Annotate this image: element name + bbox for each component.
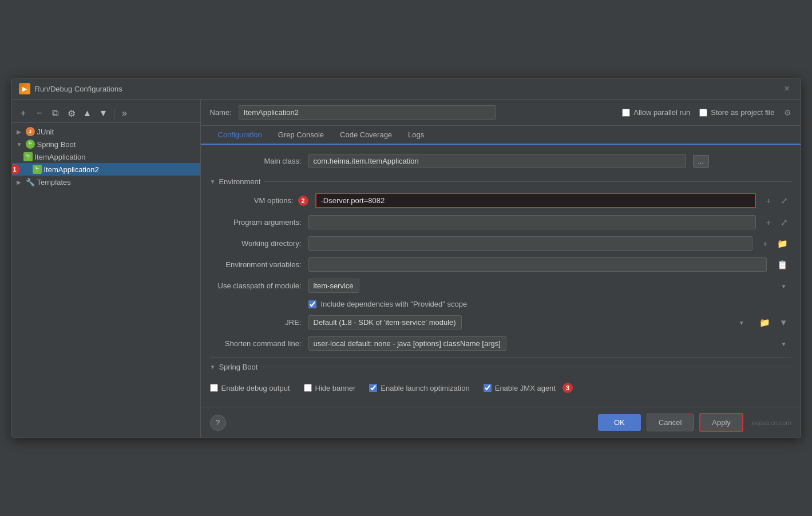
remove-config-button[interactable]: − — [33, 106, 46, 120]
templates-icon: 🔧 — [26, 177, 35, 186]
classpath-select[interactable]: item-service — [308, 279, 359, 293]
enable-launch-checkbox[interactable] — [369, 384, 377, 392]
environment-arrow[interactable]: ▼ — [210, 178, 216, 185]
main-class-input[interactable] — [308, 154, 686, 168]
vm-options-add-button[interactable]: + — [763, 194, 775, 207]
jre-dropdown-wrapper: Default (1.8 - SDK of 'item-service' mod… — [308, 315, 749, 330]
dialog-icon: ▶ — [19, 83, 30, 94]
gear-icon[interactable]: ⚙ — [784, 108, 791, 117]
badge-3: 3 — [563, 383, 573, 393]
spring-boot-section-arrow[interactable]: ▼ — [210, 364, 216, 370]
program-args-input[interactable] — [308, 215, 756, 229]
working-dir-row: Working directory: + 📁 — [210, 236, 791, 251]
vm-options-expand-button[interactable]: ⤢ — [777, 194, 791, 208]
tree-item-junit[interactable]: ▶ J JUnit — [12, 125, 200, 138]
main-class-browse-button[interactable]: ... — [693, 155, 709, 168]
left-panel: + − ⧉ ⚙ ▲ ▼ » ▶ J JUnit ▼ 🍃 — [12, 100, 201, 438]
name-label: Name: — [210, 108, 232, 117]
environment-line — [264, 181, 791, 182]
item-app2-label: ItemApplication2 — [44, 165, 99, 174]
tree-item-item-application[interactable]: 🍃 ItemApplication — [12, 150, 200, 163]
up-config-button[interactable]: ▲ — [81, 106, 94, 120]
program-args-buttons: + ⤢ — [763, 216, 791, 229]
tree-item-item-application2[interactable]: 1 🍃 ItemApplication2 — [12, 163, 200, 176]
item-app2-icon: 🍃 — [33, 165, 42, 174]
vm-options-row: VM options: 2 + ⤢ — [210, 193, 791, 208]
allow-parallel-run-checkbox[interactable]: Allow parallel run — [622, 108, 690, 117]
jre-select[interactable]: Default (1.8 - SDK of 'item-service' mod… — [308, 315, 462, 330]
settings-config-button[interactable]: ⚙ — [65, 106, 78, 120]
main-class-label: Main class: — [210, 157, 302, 165]
tab-grep-console[interactable]: Grep Console — [270, 126, 332, 145]
title-bar: ▶ Run/Debug Configurations × — [12, 78, 801, 100]
tab-code-coverage[interactable]: Code Coverage — [332, 126, 400, 145]
spring-boot-section-header: ▼ Spring Boot — [210, 358, 791, 374]
classpath-dropdown-arrow: ▼ — [781, 283, 787, 289]
jre-browse-button[interactable]: 📁 — [756, 316, 774, 330]
jre-dropdown-arrow: ▼ — [739, 319, 744, 326]
help-button[interactable]: ? — [210, 415, 226, 431]
config-body: Main class: ... ▼ Environment VM options… — [201, 145, 801, 407]
tree-item-templates[interactable]: ▶ 🔧 Templates — [12, 176, 200, 188]
checkboxes-group: Allow parallel run Store as project file… — [622, 108, 791, 117]
cancel-button[interactable]: Cancel — [647, 414, 694, 431]
program-args-add-button[interactable]: + — [763, 216, 775, 229]
allow-parallel-run-input[interactable] — [622, 109, 630, 117]
hide-banner-label: Hide banner — [315, 384, 356, 392]
enable-jmx-label: Enable JMX agent — [495, 384, 556, 392]
more-config-button[interactable]: » — [118, 106, 132, 120]
apply-button[interactable]: Apply — [699, 413, 743, 432]
dialog-footer: ? OK Cancel Apply xkjava.cn.com — [201, 407, 801, 438]
spring-boot-icon: 🍃 — [26, 140, 35, 149]
jre-dropdown-btn[interactable]: ▼ — [776, 316, 791, 329]
spring-boot-section-label: Spring Boot — [219, 363, 258, 371]
tab-logs[interactable]: Logs — [400, 126, 432, 145]
watermark: xkjava.cn.com — [751, 419, 791, 426]
include-deps-row: Include dependencies with "Provided" sco… — [210, 300, 791, 308]
store-as-project-file-input[interactable] — [699, 109, 707, 117]
junit-label: JUnit — [37, 128, 54, 136]
copy-config-button[interactable]: ⧉ — [49, 106, 62, 120]
down-config-button[interactable]: ▼ — [97, 106, 110, 120]
spring-boot-section-line — [261, 367, 791, 367]
working-dir-add-button[interactable]: + — [759, 237, 771, 250]
working-dir-input[interactable] — [308, 236, 752, 251]
junit-arrow: ▶ — [17, 129, 23, 135]
ok-button[interactable]: OK — [598, 414, 641, 431]
enable-jmx-item[interactable]: Enable JMX agent 3 — [484, 383, 573, 393]
hide-banner-checkbox[interactable] — [304, 384, 312, 392]
environment-label: Environment — [219, 177, 260, 186]
environment-section-header: ▼ Environment — [210, 175, 791, 188]
enable-jmx-checkbox[interactable] — [484, 384, 492, 392]
env-vars-input[interactable] — [308, 257, 767, 272]
spring-boot-label: Spring Boot — [37, 140, 76, 149]
program-args-expand-button[interactable]: ⤢ — [777, 216, 791, 229]
env-vars-browse-button[interactable]: 📋 — [774, 258, 791, 272]
enable-launch-item[interactable]: Enable launch optimization — [369, 383, 469, 393]
enable-debug-item[interactable]: Enable debug output — [210, 383, 290, 393]
spring-boot-arrow: ▼ — [17, 141, 23, 148]
jre-row: JRE: Default (1.8 - SDK of 'item-service… — [210, 315, 791, 330]
vm-options-buttons: + ⤢ — [763, 194, 791, 208]
badge-2: 2 — [298, 196, 308, 206]
tab-configuration[interactable]: Configuration — [210, 126, 270, 145]
templates-label: Templates — [37, 178, 71, 186]
right-panel: Name: Allow parallel run Store as projec… — [201, 100, 801, 438]
templates-arrow: ▶ — [17, 179, 23, 185]
store-as-project-file-checkbox[interactable]: Store as project file — [699, 108, 774, 117]
hide-banner-item[interactable]: Hide banner — [304, 383, 356, 393]
tree-item-spring-boot[interactable]: ▼ 🍃 Spring Boot — [12, 138, 200, 150]
include-deps-checkbox[interactable] — [308, 300, 316, 308]
working-dir-browse-button[interactable]: 📁 — [774, 237, 791, 251]
working-dir-buttons: + 📁 — [759, 237, 791, 251]
enable-debug-checkbox[interactable] — [210, 384, 218, 392]
badge-1: 1 — [12, 164, 20, 174]
close-button[interactable]: × — [785, 84, 794, 93]
junit-icon: J — [26, 127, 35, 136]
add-config-button[interactable]: + — [17, 106, 30, 120]
name-bar: Name: Allow parallel run Store as projec… — [201, 100, 801, 126]
vm-options-input[interactable] — [315, 193, 756, 208]
item-app-label: ItemApplication — [35, 153, 86, 161]
shorten-cmd-select[interactable]: user-local default: none - java [options… — [308, 336, 506, 351]
name-input[interactable] — [239, 105, 496, 120]
